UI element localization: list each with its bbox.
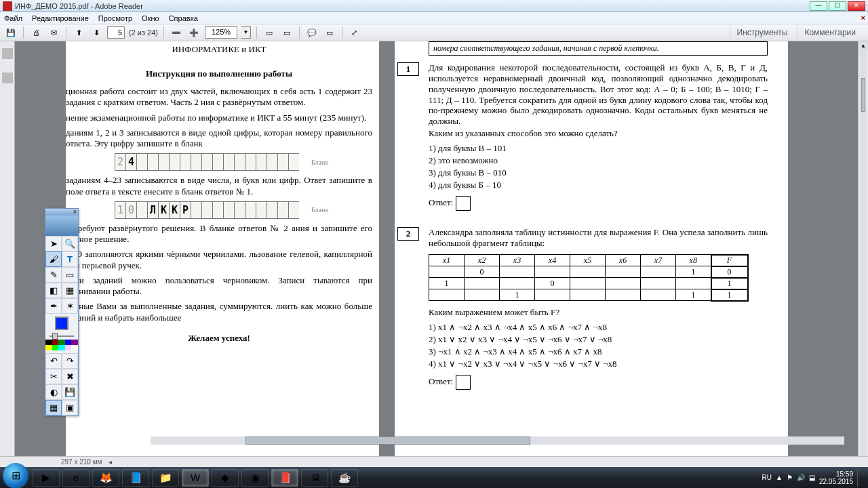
flag-icon[interactable]: ⚑: [787, 474, 793, 481]
volume-icon[interactable]: 🔊: [797, 474, 805, 481]
lang-indicator[interactable]: RU: [762, 474, 772, 481]
ie-icon[interactable]: e: [62, 469, 90, 487]
arrow-tool-icon[interactable]: ➤: [45, 236, 62, 251]
question-ask: Каким выражением может быть F?: [429, 307, 768, 318]
color-swatch[interactable]: [55, 317, 68, 330]
palette-titlebar[interactable]: ✕: [45, 209, 78, 216]
menu-window[interactable]: Окно: [142, 14, 159, 22]
bucket-tool-icon[interactable]: ✶: [62, 298, 78, 314]
attachment-icon[interactable]: [2, 73, 13, 83]
tool2-icon[interactable]: ▭: [280, 26, 294, 39]
notepad-icon[interactable]: 📘: [122, 469, 149, 487]
text-tool-icon[interactable]: T: [62, 251, 78, 267]
tool1-icon[interactable]: ▭: [262, 26, 276, 39]
taskbar: ⊞ ▶ e 🦊 📘 📁 W ◆ ◉ 📕 🖥 ☕ RU ▲ ⚑ 🔊 ⬓ 15:59…: [0, 467, 868, 488]
zoom-dropdown-icon[interactable]: ▼: [241, 26, 251, 39]
select-rect-icon[interactable]: ▦: [62, 283, 78, 298]
start-button[interactable]: ⊞: [3, 463, 28, 489]
save-tool-icon[interactable]: 💾: [62, 384, 78, 400]
horizontal-scrollbar[interactable]: [151, 436, 844, 445]
tray-up-icon[interactable]: ▲: [776, 474, 783, 481]
shield-icon[interactable]: ⬓: [809, 474, 815, 481]
tool-icon[interactable]: ✖: [62, 369, 78, 384]
question-ask: Каким из указанных способов это можно сд…: [429, 128, 768, 139]
menu-edit[interactable]: Редактирование: [32, 14, 89, 22]
color-row: [45, 340, 78, 345]
menu-view[interactable]: Просмотр: [98, 14, 132, 22]
close-button[interactable]: ✕: [848, 1, 865, 11]
undo-icon[interactable]: ↶: [45, 353, 62, 369]
scrollbar-thumb[interactable]: [861, 78, 865, 112]
wmp-icon[interactable]: ▶: [33, 469, 60, 487]
highlight-icon[interactable]: ▭: [323, 26, 336, 39]
expand-icon[interactable]: ◂: [108, 458, 112, 466]
tool-icon[interactable]: ◐: [45, 384, 62, 400]
color-cell[interactable]: [58, 345, 65, 350]
brush-tool-icon[interactable]: 🖌: [45, 251, 62, 267]
tool-icon[interactable]: ▣: [62, 400, 78, 415]
maximize-button[interactable]: ☐: [829, 1, 846, 11]
answer-cell: [277, 201, 288, 219]
top-note: номера соответствующего задания, начиная…: [429, 41, 768, 56]
answer-line: Ответ:: [429, 375, 768, 390]
save-icon[interactable]: 💾: [4, 26, 18, 39]
zoom-select[interactable]: 125%: [205, 26, 237, 39]
pencil-tool-icon[interactable]: ✎: [45, 267, 62, 283]
menu-file[interactable]: Файл: [4, 14, 22, 22]
zoom-out-icon[interactable]: ➖: [170, 26, 183, 39]
color-cell[interactable]: [71, 345, 78, 350]
document-viewport[interactable]: ИНФОРМАТИКЕ и ИКТ Инструкция по выполнен…: [15, 41, 858, 467]
mail-icon[interactable]: ✉: [47, 26, 60, 39]
answer-cell: К: [169, 201, 180, 219]
answer-cell: [136, 153, 147, 171]
color-cell[interactable]: [71, 340, 78, 345]
comment-icon[interactable]: 💬: [305, 26, 319, 39]
tools-panel-button[interactable]: Инструменты: [730, 26, 795, 39]
eraser-tool-icon[interactable]: ◧: [45, 283, 62, 298]
app-icon[interactable]: ☕: [331, 469, 358, 487]
color-cell[interactable]: [52, 340, 59, 345]
color-cell[interactable]: [52, 345, 59, 350]
vertical-scrollbar[interactable]: ▲ ▼: [858, 41, 868, 467]
reader-icon[interactable]: 📕: [271, 469, 298, 487]
zoom-tool-icon[interactable]: 🔍: [62, 236, 78, 251]
app-icon[interactable]: 🖥: [301, 469, 328, 487]
print-icon[interactable]: 🖨: [29, 26, 43, 39]
tool-icon[interactable]: ▦: [45, 400, 62, 415]
explorer-icon[interactable]: 📁: [152, 469, 179, 487]
size-slider-thumb[interactable]: [52, 333, 58, 340]
palette-close-icon[interactable]: ✕: [73, 209, 77, 215]
app-icon[interactable]: ◆: [212, 469, 239, 487]
zoom-in-icon[interactable]: ➕: [187, 26, 201, 39]
page-input[interactable]: [107, 26, 125, 39]
comments-panel-button[interactable]: Комментарии: [797, 26, 863, 39]
tool-icon[interactable]: ✂: [45, 369, 62, 384]
word-icon[interactable]: W: [182, 469, 209, 487]
menu-help[interactable]: Справка: [169, 14, 198, 22]
clock[interactable]: 15:59 22.05.2015: [819, 470, 853, 485]
minimize-button[interactable]: —: [810, 1, 827, 11]
firefox-icon[interactable]: 🦊: [92, 469, 119, 487]
paragraph: заданиям 4–23 записываются в виде числа,…: [66, 175, 372, 197]
scrollbar-thumb[interactable]: [245, 436, 530, 445]
color-cell[interactable]: [58, 340, 65, 345]
readmode-icon[interactable]: ⤢: [348, 26, 361, 39]
scroll-up-icon[interactable]: ▲: [859, 41, 868, 51]
question-text: Для кодирования некоторой последовательн…: [429, 62, 768, 127]
eyedrop-tool-icon[interactable]: ✒: [45, 298, 62, 314]
color-cell[interactable]: [45, 340, 52, 345]
rect-tool-icon[interactable]: ▭: [62, 267, 78, 283]
redo-icon[interactable]: ↷: [62, 353, 78, 369]
color-cell[interactable]: [45, 345, 52, 350]
drawing-palette[interactable]: ✕ ➤🔍 🖌T ✎▭ ◧▦ ✒✶ ↶↷ ✂✖ ◐💾 ▦▣: [45, 208, 79, 416]
next-page-icon[interactable]: ⬇: [90, 26, 103, 39]
scrollbar-track[interactable]: [860, 51, 867, 458]
answer-cell: Р: [180, 201, 191, 219]
chrome-icon[interactable]: ◉: [241, 469, 269, 487]
color-cell[interactable]: [65, 345, 72, 350]
prev-page-icon[interactable]: ⬆: [72, 26, 85, 39]
doc-close-icon[interactable]: ×: [861, 14, 865, 22]
color-cell[interactable]: [65, 340, 72, 345]
thumbnails-icon[interactable]: [2, 48, 13, 59]
show-desktop-button[interactable]: [857, 469, 863, 487]
